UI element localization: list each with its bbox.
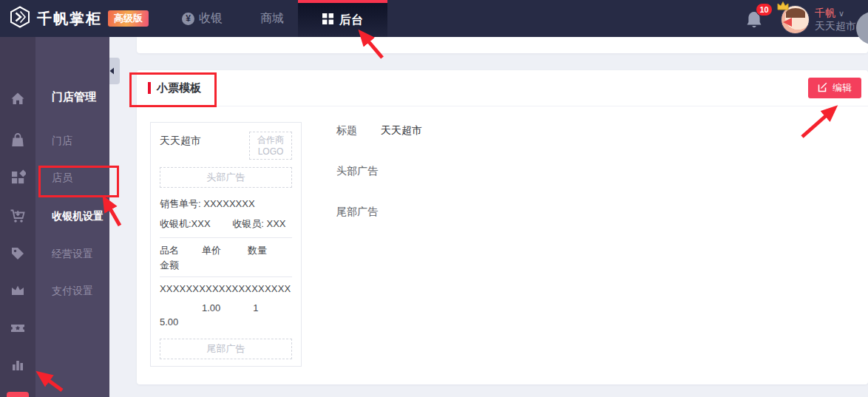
user-menu[interactable]: 千帆 ∨ xyxy=(815,7,844,20)
receipt-item-values: 1.001 5.00 xyxy=(160,302,292,330)
ticket-icon[interactable] xyxy=(10,319,26,336)
nav-admin-label: 后台 xyxy=(339,13,363,28)
col-qty: 数量 xyxy=(248,245,267,256)
item-price: 1.00 xyxy=(202,302,220,313)
previous-card-remnant xyxy=(137,37,868,53)
crown-icon[interactable] xyxy=(10,282,26,299)
top-header: 千帆掌柜 高级版 ¥ 收银 商城 后台 xyxy=(0,0,868,37)
sidebar-menu: 门店管理 门店 店员 收银机设置 经营设置 支付设置 xyxy=(35,37,109,397)
nav-cashier[interactable]: ¥ 收银 xyxy=(182,0,223,37)
chart-icon[interactable] xyxy=(10,356,26,373)
receipt-cashier: 收银员: XXX xyxy=(232,218,285,229)
notification-count-badge: 10 xyxy=(756,3,773,16)
home-icon[interactable] xyxy=(10,90,26,106)
yen-icon: ¥ xyxy=(182,13,194,25)
sidebar-item-register-settings[interactable]: 收银机设置 xyxy=(52,210,104,223)
store-icon[interactable] xyxy=(7,392,29,397)
sidebar-item-business-settings[interactable]: 经营设置 xyxy=(52,248,93,261)
footer-ad-placeholder: 尾部广告 xyxy=(160,339,292,359)
sidebar-item-payment-settings[interactable]: 支付设置 xyxy=(52,285,93,298)
sidebar-icon-rail xyxy=(0,37,35,397)
nav-cashier-label: 收银 xyxy=(199,11,223,27)
title-accent-bar xyxy=(148,82,151,94)
page-title: 小票模板 xyxy=(157,81,201,95)
bag-icon[interactable] xyxy=(10,132,26,149)
receipt-order-no: 销售单号: XXXXXXXX xyxy=(160,197,292,211)
item-amount: 5.00 xyxy=(160,316,178,328)
nav-admin[interactable]: 后台 xyxy=(298,0,387,37)
nav-mall-label: 商城 xyxy=(260,11,284,27)
crown-decoration-icon xyxy=(776,1,790,14)
brand[interactable]: 千帆掌柜 高级版 xyxy=(9,0,149,37)
receipt-column-headers: 品名单价数量 金额 xyxy=(160,243,292,277)
caret-down-icon: ∨ xyxy=(838,9,844,18)
field-label-title: 标题 xyxy=(336,124,357,138)
dashboard-icon[interactable] xyxy=(10,169,26,186)
receipt-register-row: 收银机:XXX 收银员: XXX xyxy=(160,217,292,238)
col-name: 品名 xyxy=(160,243,202,258)
user-name: 千帆 xyxy=(815,7,835,20)
field-label-header-ad: 头部广告 xyxy=(336,165,378,178)
partner-logo-placeholder: 合作商 LOGO xyxy=(249,132,292,160)
brand-logo-icon xyxy=(9,6,31,31)
cart-icon[interactable] xyxy=(10,208,26,224)
receipt-store-name: 天天超市 xyxy=(160,132,201,148)
col-amount: 金额 xyxy=(160,259,179,271)
partner-logo-line1: 合作商 xyxy=(257,135,284,145)
sidebar-section-title: 门店管理 xyxy=(52,90,96,104)
edit-pencil-icon xyxy=(818,82,828,95)
plan-badge: 高级版 xyxy=(108,10,149,27)
card-header: 小票模板 编辑 xyxy=(137,70,868,106)
tag-icon[interactable] xyxy=(10,245,26,262)
user-store-name: 天天超市 xyxy=(815,20,856,33)
brand-name: 千帆掌柜 xyxy=(37,9,102,29)
receipt-template-card: 小票模板 编辑 天天超市 合作商 LOGO 头部广告 xyxy=(137,70,868,384)
grid-icon xyxy=(322,13,333,27)
nav-mall[interactable]: 商城 xyxy=(260,0,284,37)
sidebar-item-stores[interactable]: 门店 xyxy=(52,135,72,148)
field-value-title: 天天超市 xyxy=(381,124,422,138)
field-label-footer-ad: 尾部广告 xyxy=(336,206,378,219)
receipt-item-name: XXXXXXXXXXXXXXXXXXXX xyxy=(160,283,292,294)
app-root: 千帆掌柜 高级版 ¥ 收银 商城 后台 xyxy=(0,0,868,397)
sidebar-item-staff[interactable]: 店员 xyxy=(52,172,72,185)
edit-button-label: 编辑 xyxy=(833,81,852,95)
col-price: 单价 xyxy=(202,243,248,258)
item-qty: 1 xyxy=(253,302,258,313)
header-ad-placeholder: 头部广告 xyxy=(160,167,292,188)
partner-logo-line2: LOGO xyxy=(258,146,284,157)
receipt-preview: 天天超市 合作商 LOGO 头部广告 销售单号: XXXXXXXX 收银机:XX… xyxy=(150,122,302,367)
edit-button[interactable]: 编辑 xyxy=(808,78,861,98)
receipt-register: 收银机:XXX xyxy=(160,218,211,229)
